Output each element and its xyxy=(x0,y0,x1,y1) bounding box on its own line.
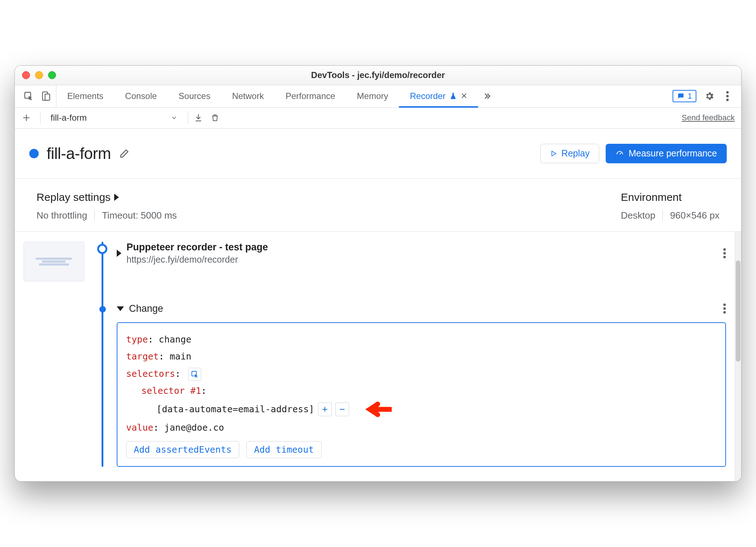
tab-label: Sources xyxy=(179,91,210,101)
chevron-right-icon xyxy=(114,194,119,201)
edit-title-button[interactable] xyxy=(119,148,130,159)
prop-val-type[interactable]: change xyxy=(159,334,191,345)
scrollbar-thumb[interactable] xyxy=(736,260,740,362)
prop-val-selector1[interactable]: [data-automate=email-address] xyxy=(156,401,314,418)
vertical-scrollbar[interactable] xyxy=(735,232,741,482)
timeline-node-step xyxy=(99,306,106,313)
prop-val-value[interactable]: jane@doe.co xyxy=(164,422,224,433)
maximize-window-button[interactable] xyxy=(48,71,56,79)
replay-settings-toggle[interactable]: Replay settings xyxy=(36,191,177,203)
step-url: https://jec.fyi/demo/recorder xyxy=(126,254,268,265)
more-menu-icon[interactable] xyxy=(722,91,733,101)
callout-arrow-icon xyxy=(364,400,392,419)
timeout-value: Timeout: 5000 ms xyxy=(102,210,177,221)
prop-key-value: value xyxy=(126,422,153,433)
step-title: Change xyxy=(129,303,163,314)
tab-console[interactable]: Console xyxy=(114,85,168,107)
svg-point-5 xyxy=(726,99,729,101)
tab-recorder[interactable]: Recorder ✕ xyxy=(399,85,478,107)
recording-title: fill-a-form xyxy=(47,145,111,163)
tab-label: Console xyxy=(125,91,157,101)
page-thumbnail xyxy=(23,242,84,281)
send-feedback-link[interactable]: Send feedback xyxy=(682,113,735,122)
svg-point-3 xyxy=(726,91,729,94)
svg-point-7 xyxy=(723,252,726,254)
prop-key-type: type xyxy=(126,334,148,345)
minimize-window-button[interactable] xyxy=(35,71,43,79)
export-button[interactable] xyxy=(193,113,203,123)
window-titlebar: DevTools - jec.fyi/demo/recorder xyxy=(15,66,741,85)
recorder-toolbar: fill-a-form Send feedback xyxy=(15,108,741,129)
replay-settings-label: Replay settings xyxy=(36,191,111,203)
prop-key-selector1: selector #1 xyxy=(141,386,201,396)
tab-elements[interactable]: Elements xyxy=(56,85,114,107)
timeline-node-start xyxy=(97,244,107,254)
inspect-element-icon[interactable] xyxy=(23,91,34,101)
more-tabs-button[interactable] xyxy=(478,85,499,107)
devtools-window: DevTools - jec.fyi/demo/recorder Element… xyxy=(14,65,742,482)
recording-status-dot xyxy=(29,149,39,158)
step-menu-button[interactable] xyxy=(723,248,726,258)
prop-val-target[interactable]: main xyxy=(169,351,191,362)
tab-performance[interactable]: Performance xyxy=(275,85,346,107)
chevron-down-icon xyxy=(171,114,178,121)
settings-gear-icon[interactable] xyxy=(704,91,714,101)
issues-count: 1 xyxy=(688,91,692,101)
recording-select[interactable]: fill-a-form xyxy=(46,111,183,125)
window-controls xyxy=(22,71,56,79)
tab-sources[interactable]: Sources xyxy=(168,85,221,107)
prop-key-target: target xyxy=(126,351,159,362)
throttling-value: No throttling xyxy=(36,210,87,221)
delete-button[interactable] xyxy=(210,113,220,123)
svg-rect-2 xyxy=(45,94,50,100)
window-title: DevTools - jec.fyi/demo/recorder xyxy=(311,70,445,80)
add-asserted-events-button[interactable]: Add assertedEvents xyxy=(126,441,239,458)
timeline-rail xyxy=(102,242,103,467)
measure-performance-label: Measure performance xyxy=(628,148,717,159)
step-navigate: Puppeteer recorder - test page https://j… xyxy=(117,242,726,281)
tab-memory[interactable]: Memory xyxy=(346,85,399,107)
devtools-tabs: Elements Console Sources Network Perform… xyxy=(56,85,499,107)
step-menu-button[interactable] xyxy=(723,303,726,314)
replay-button[interactable]: Replay xyxy=(540,144,600,163)
svg-point-11 xyxy=(723,311,726,314)
environment-title: Environment xyxy=(621,191,720,203)
prop-key-selectors: selectors xyxy=(126,369,175,379)
issues-count-chip[interactable]: 1 xyxy=(673,90,696,102)
replay-button-label: Replay xyxy=(562,148,590,159)
expand-step-icon[interactable] xyxy=(117,250,121,257)
recording-timeline: Puppeteer recorder - test page https://j… xyxy=(15,232,735,482)
experiment-flask-icon xyxy=(449,92,457,100)
tab-label: Performance xyxy=(285,91,335,101)
selector-picker-button[interactable] xyxy=(188,368,201,381)
tab-close-icon[interactable]: ✕ xyxy=(461,91,467,101)
add-selector-button[interactable] xyxy=(318,402,332,416)
chat-icon xyxy=(677,92,685,100)
step-change: Change type: change target: main xyxy=(117,303,726,467)
svg-point-8 xyxy=(723,256,726,258)
play-icon xyxy=(550,150,557,157)
settings-strip: Replay settings No throttling Timeout: 5… xyxy=(15,179,741,232)
add-timeout-button[interactable]: Add timeout xyxy=(246,441,322,458)
close-window-button[interactable] xyxy=(22,71,30,79)
new-recording-button[interactable] xyxy=(21,113,31,123)
environment-resolution: 960×546 px xyxy=(670,210,720,221)
step-details-panel: type: change target: main selectors: xyxy=(117,322,726,467)
tab-label: Network xyxy=(232,91,264,101)
tab-label: Memory xyxy=(357,91,388,101)
tab-label: Recorder xyxy=(410,91,446,101)
svg-point-10 xyxy=(723,307,726,310)
svg-point-6 xyxy=(723,248,726,251)
svg-point-4 xyxy=(726,95,729,98)
tab-network[interactable]: Network xyxy=(221,85,275,107)
recording-header: fill-a-form Replay Measure performance xyxy=(15,129,741,179)
tab-label: Elements xyxy=(67,91,103,101)
devtools-tabs-bar: Elements Console Sources Network Perform… xyxy=(15,85,741,108)
measure-performance-button[interactable]: Measure performance xyxy=(606,144,727,163)
device-toggle-icon[interactable] xyxy=(41,91,51,101)
step-title: Puppeteer recorder - test page xyxy=(126,242,268,253)
collapse-step-icon[interactable] xyxy=(117,306,124,311)
svg-point-9 xyxy=(723,303,726,306)
remove-selector-button[interactable] xyxy=(335,402,349,416)
gauge-icon xyxy=(615,149,624,158)
